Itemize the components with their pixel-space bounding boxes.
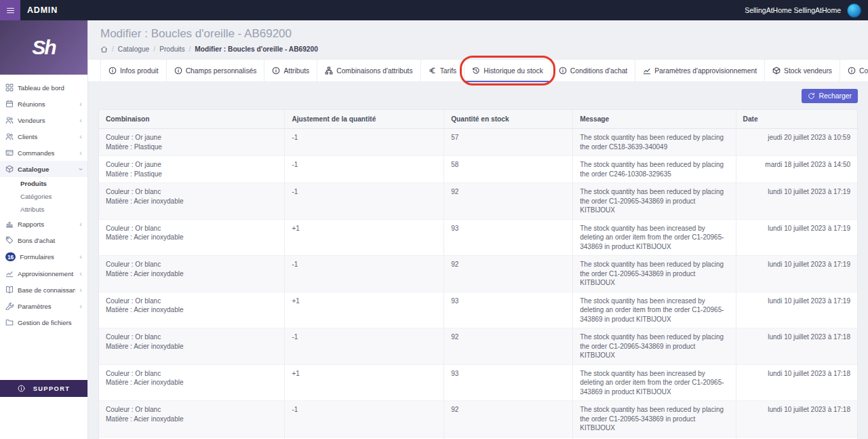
combination-line: Couleur : Or jaune	[106, 160, 277, 170]
sidebar-item-vendeurs[interactable]: Vendeurs‹	[0, 112, 87, 128]
breadcrumb-item-produits[interactable]: Produits	[159, 45, 184, 53]
cell-date: lundi 10 juillet 2023 à 17:18	[736, 328, 857, 365]
sidebar-menu: Tableau de bordRéunions‹Vendeurs‹Clients…	[0, 75, 87, 380]
table-row: Couleur : Or blancMatière : Acier inoxyd…	[99, 364, 857, 401]
info-icon	[559, 66, 567, 75]
sidebar-item-approvisionnement[interactable]: Approvisionnement‹	[0, 265, 87, 282]
sidebar-toggle-button[interactable]	[0, 0, 20, 20]
folder-icon	[5, 318, 14, 326]
combination-line: Matière : Plastique	[106, 170, 277, 179]
cell-message: The stock quantity has been reduced by p…	[573, 129, 736, 156]
cell-adjustment: -1	[285, 256, 444, 292]
count-badge: 16	[5, 252, 16, 261]
tab-parametres-d-approvisionnement[interactable]: Paramètres d'approvisionnement	[635, 60, 765, 81]
cell-stock: 92	[444, 256, 573, 292]
breadcrumb-item-modifier-boucles-d-oreille-ab69200[interactable]: Modifier : Boucles d'oreille - AB69200	[195, 45, 318, 53]
combination-line: Matière : Acier inoxydable	[106, 342, 277, 351]
combination-line: Matière : Acier inoxydable	[106, 233, 277, 242]
sidebar-item-commandes[interactable]: Commandes‹	[0, 145, 87, 161]
tab-compteurs[interactable]: Compteurs	[840, 60, 868, 81]
main-content: Modifier : Boucles d'oreille - AB69200 /…	[88, 20, 868, 439]
toolbar: Recharger	[98, 89, 858, 103]
breadcrumb-item-catalogue[interactable]: Catalogue	[118, 45, 149, 53]
sidebar-item-clients[interactable]: Clients‹	[0, 128, 87, 145]
cell-adjustment: +1	[285, 219, 444, 256]
sidebar-item-formulaires[interactable]: 16Formulaires‹	[0, 248, 87, 265]
sidebar-subitem-produits[interactable]: Produits	[0, 177, 87, 190]
breadcrumb-separator: /	[153, 45, 155, 53]
tab-bar: Infos produitChamps personnalisésAttribu…	[88, 59, 868, 82]
cell-combination: Couleur : Or blancMatière : Acier inoxyd…	[99, 219, 285, 256]
home-icon[interactable]	[100, 45, 108, 53]
chevron-left-icon: ‹	[79, 286, 82, 294]
cell-stock: 93	[444, 292, 573, 328]
tab-tarifs[interactable]: Tarifs	[421, 60, 465, 81]
sidebar-item-label: Catalogue	[18, 166, 75, 173]
sidebar-item-label: Clients	[18, 133, 75, 140]
tab-attributs[interactable]: Attributs	[264, 60, 317, 81]
tab-infos-produit[interactable]: Infos produit	[100, 60, 167, 81]
tab-label: Combinaisons d'attributs	[336, 67, 412, 75]
cell-message: The stock quantity has been reduced by p…	[573, 401, 736, 438]
sidebar-subitem-categories[interactable]: Catégories	[0, 190, 87, 203]
combination-line: Couleur : Or blanc	[106, 405, 277, 415]
combination-line: Matière : Acier inoxydable	[106, 378, 277, 387]
table-row: Couleur : Or blancMatière : Acier inoxyd…	[99, 256, 857, 292]
user-avatar[interactable]	[847, 3, 861, 18]
sidebar-item-label: Paramètres	[18, 303, 75, 310]
tab-label: Attributs	[283, 67, 309, 75]
cell-date: jeudi 20 juillet 2023 à 10:59	[736, 129, 857, 156]
sidebar-item-catalogue[interactable]: Catalogue‹	[0, 161, 87, 177]
info-icon	[272, 66, 280, 75]
sidebar-item-gestion-de-fichiers[interactable]: Gestion de fichiers	[0, 314, 87, 330]
sidebar-subitem-attributs[interactable]: Attributs	[0, 203, 87, 216]
support-button[interactable]: SUPPORT	[0, 380, 87, 397]
chevron-left-icon: ‹	[79, 100, 82, 108]
sidebar-item-bons-d-achat[interactable]: Bons d'achat	[0, 232, 87, 248]
sidebar-item-label: Base de connaissances	[18, 286, 75, 294]
cell-adjustment: +1	[285, 364, 444, 401]
cell-adjustment: +1	[285, 292, 444, 328]
sidebar-item-rapports[interactable]: Rapports‹	[0, 216, 87, 232]
card-icon	[5, 149, 14, 157]
cell-stock: 58	[444, 156, 573, 183]
reload-button[interactable]: Recharger	[802, 89, 858, 103]
cell-combination: Couleur : Or blancMatière : Acier inoxyd…	[99, 292, 285, 328]
app-logo[interactable]: Sh	[0, 20, 87, 75]
nodes-icon	[325, 66, 333, 75]
content-area: Recharger CombinaisonAjustement de la qu…	[88, 82, 868, 439]
cell-message: The stock quantity has been increased by…	[573, 292, 736, 328]
cell-adjustment: -1	[285, 129, 444, 156]
tab-historique-du-stock[interactable]: Historique du stock	[465, 60, 551, 81]
sidebar-item-tableau-de-bord[interactable]: Tableau de bord	[0, 79, 87, 96]
users-icon	[5, 132, 14, 140]
sidebar-item-label: Rapports	[18, 221, 75, 228]
combination-line: Matière : Acier inoxydable	[106, 197, 277, 206]
combination-line: Couleur : Or blanc	[106, 260, 277, 269]
table-header-row: CombinaisonAjustement de la quantitéQuan…	[99, 110, 857, 129]
cell-date: lundi 10 juillet 2023 à 17:18	[736, 401, 857, 438]
tab-combinaisons-d-attributs[interactable]: Combinaisons d'attributs	[317, 60, 420, 81]
box-icon	[772, 66, 781, 75]
cell-stock: 93	[444, 364, 573, 401]
chevron-left-icon: ‹	[79, 117, 82, 124]
history-icon	[472, 66, 480, 75]
cell-message: The stock quantity has been reduced by p…	[573, 328, 736, 365]
sidebar-item-reunions[interactable]: Réunions‹	[0, 96, 87, 112]
tab-label: Tarifs	[440, 67, 457, 75]
cell-combination: Couleur : Or blancMatière : Acier inoxyd…	[99, 183, 285, 220]
sidebar-item-parametres[interactable]: Paramètres‹	[0, 298, 87, 314]
calendar-icon	[5, 100, 14, 108]
cell-adjustment: -1	[285, 401, 444, 438]
cell-combination: Couleur : Or jauneMatière : Plastique	[99, 156, 285, 183]
euro-icon	[429, 66, 437, 75]
tab-stock-vendeurs[interactable]: Stock vendeurs	[765, 60, 840, 81]
sidebar-item-base-de-connaissances[interactable]: Base de connaissances‹	[0, 282, 87, 298]
column-header-date: Date	[736, 110, 857, 129]
breadcrumb-separator: /	[189, 45, 191, 53]
column-header-message: Message	[573, 110, 736, 129]
chevron-left-icon: ‹	[79, 253, 82, 261]
tab-conditions-d-achat[interactable]: Conditions d'achat	[551, 60, 635, 81]
tab-champs-personnalises[interactable]: Champs personnalisés	[167, 60, 265, 81]
tab-label: Infos produit	[120, 67, 159, 75]
